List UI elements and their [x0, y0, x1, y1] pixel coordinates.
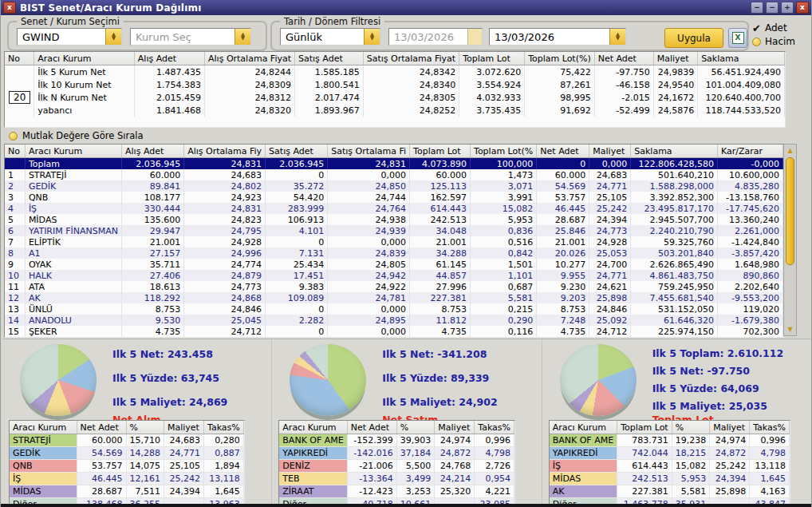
column-header[interactable]: Maliyet [164, 421, 204, 434]
column-header[interactable]: Satış Adet [295, 52, 364, 65]
column-header[interactable]: Takas% [750, 421, 790, 434]
table-row[interactable]: 10HALK27.40624,87917.45124,94244.8571,10… [5, 270, 783, 281]
table-row[interactable]: MİDAS242.5135,95324,3941,645 [550, 473, 790, 485]
column-header[interactable]: No [5, 52, 34, 65]
kurum-combobox[interactable]: Kurum Seç ▲▼ [130, 28, 251, 46]
column-header[interactable]: Net Adet [77, 421, 126, 434]
column-header[interactable]: % [396, 421, 435, 434]
table-row[interactable]: 3QNB108.17724,92354.42024,744162.5973,99… [5, 192, 783, 203]
table-row[interactable]: 1STRATEJİ60.00024,68300,00060.0001,47360… [5, 169, 783, 180]
table-row[interactable]: 7ELİPTİK21.00124,92800,00021.0010,51621.… [5, 236, 783, 248]
column-header[interactable]: Aracı Kurum [34, 52, 135, 65]
column-header[interactable]: Saklama [631, 145, 718, 158]
column-header[interactable]: Toplam Lot [617, 421, 672, 434]
minimize-button[interactable]: − [751, 2, 763, 14]
close-button[interactable]: x [796, 2, 809, 14]
table-row[interactable]: DENİZ-21.0065,50024,7682,726 [279, 460, 514, 473]
table-row[interactable]: 20İlk N Kurum Net2.015.45924,83122.017.4… [5, 91, 785, 104]
shade-button[interactable]: − [766, 2, 778, 14]
table-row[interactable]: BANK OF AME-152.39939,90324,9740,996 [279, 434, 514, 447]
column-header[interactable]: Alış Ortalama Fiy [184, 145, 266, 158]
scroll-thumb[interactable] [786, 157, 794, 265]
column-header[interactable]: Takas% [475, 421, 514, 434]
table-row[interactable]: İlk 5 Kurum Net1.487.43524,82441.585.185… [5, 65, 785, 79]
table-row[interactable]: 14ANADOLU9.53025,0452.28224,89511.8120,2… [5, 315, 783, 326]
sort-option[interactable]: Mutlak Değere Göre Sırala [9, 130, 143, 141]
vertical-scrollbar[interactable]: ▲ ▼ [783, 144, 797, 336]
column-header[interactable]: Satış Ortalama Fi [328, 145, 410, 158]
table-row[interactable]: AK227.3815,58125,8984,163 [550, 485, 790, 498]
column-header[interactable]: Saklama [698, 52, 785, 65]
window-title: BIST Senet/Aracı Kurum Dağılımı [20, 2, 202, 14]
column-header[interactable]: Kar/Zarar [718, 145, 783, 158]
adet-radio[interactable]: ✔ Adet [752, 22, 795, 34]
column-header[interactable]: Maliyet [710, 421, 750, 434]
table-row[interactable]: 9OYAK35.71124,77425.43424,80561.1451,501… [5, 259, 783, 270]
combo-arrows-icon[interactable]: ▲▼ [609, 29, 625, 45]
table-row[interactable]: 15ŞEKER4.73524,71200,0004.7350,1164.7352… [5, 326, 783, 337]
table-row[interactable]: STRATEJİ60.00015,71024,6830,280 [10, 434, 243, 447]
column-header[interactable]: Takas% [204, 421, 244, 434]
column-header[interactable]: Maliyet [435, 421, 475, 434]
table-row[interactable]: Toplam2.036.94524,8312.036.94524,8314.07… [5, 158, 783, 170]
table-row[interactable]: MİDAS28.6877,51124,3941,645 [10, 485, 243, 498]
column-header[interactable]: Alış Ortalama Fiyat [205, 52, 295, 65]
n-kurum-input[interactable]: 20 [9, 91, 30, 104]
table-row[interactable]: İŞ614.44315,08225,24213,118 [550, 460, 790, 473]
table-row[interactable]: TEB-13.3643,49924,2140,954 [279, 473, 514, 485]
table-row[interactable]: 11ATA18.61324,7739.38324,92227.9960,6879… [5, 281, 783, 292]
column-header[interactable]: Aracı Kurum [10, 421, 77, 434]
scroll-down-icon[interactable]: ▼ [785, 324, 795, 335]
date-to-field[interactable]: 13/03/2026 ▲▼ [489, 28, 626, 46]
apply-button[interactable]: Uygula [664, 28, 723, 48]
table-row[interactable]: BANK OF AME783.73119,23824,9740,996 [550, 434, 790, 447]
combo-arrows-icon[interactable]: ▲▼ [364, 29, 380, 45]
table-row[interactable]: GEDİK54.56914,28824,7710,887 [10, 447, 243, 460]
column-header[interactable]: Maliyet [589, 145, 631, 158]
table-row[interactable]: ZİRAAT-12.4233,25325,3204,221 [279, 485, 514, 498]
column-header[interactable]: Net Adet [594, 52, 653, 65]
close-icon[interactable]: x [3, 2, 16, 14]
cell: 24,683 [589, 169, 631, 180]
column-header[interactable]: Alış Adet [122, 145, 184, 158]
column-header[interactable]: No [5, 145, 25, 158]
hacim-radio[interactable]: Hacim [752, 36, 795, 47]
table-row[interactable]: 8A127.15724,9967.13124,83934.2880,84220.… [5, 248, 783, 259]
column-header[interactable]: Aracı Kurum [279, 421, 347, 434]
column-header[interactable]: Toplam Lot [410, 145, 471, 158]
table-row[interactable]: YAPIKREDİ742.04418,21524,8724,798 [550, 447, 790, 460]
column-header[interactable]: % [672, 421, 710, 434]
combo-arrows-icon[interactable]: ▲▼ [235, 29, 250, 45]
table-row[interactable]: 4İŞ330.44424,831283.99924,764614.44315,0… [5, 203, 783, 214]
column-header[interactable]: Toplam Lot(%) [525, 52, 595, 65]
table-row[interactable]: yabancı1.841.46824,83201.893.96724,82523… [5, 104, 785, 117]
column-header[interactable]: Satış Ortalama Fiyat [363, 52, 459, 65]
column-header[interactable]: Toplam Lot(% [471, 145, 537, 158]
column-header[interactable]: Satış Adet [266, 145, 328, 158]
combo-arrows-icon[interactable]: ▲▼ [105, 29, 121, 45]
column-header[interactable]: Net Adet [347, 421, 396, 434]
table-row[interactable]: 12AK118.29224,868109.08924,781227.3815,5… [5, 292, 783, 303]
column-header[interactable]: Aracı Kurum [25, 145, 121, 158]
senet-combobox[interactable]: GWIND ▲▼ [17, 28, 122, 46]
table-row[interactable]: QNB53.75714,07525,1051,894 [10, 460, 243, 473]
table-row[interactable]: YAPIKREDİ-142.01637,18424,8724,798 [279, 447, 514, 460]
cell: 2.282 [266, 315, 328, 326]
column-header[interactable]: Net Adet [537, 145, 589, 158]
table-row[interactable]: İŞ46.44512,16125,24213,118 [10, 473, 243, 485]
maximize-button[interactable]: + [781, 2, 794, 14]
column-header[interactable]: % [126, 421, 164, 434]
column-header[interactable]: Toplam Lot [459, 52, 525, 65]
export-excel-button[interactable]: X [728, 28, 747, 48]
table-row[interactable]: 13ÜNLÜ8.75324,84600,0008.7530,2158.75324… [5, 303, 783, 315]
table-row[interactable]: 2GEDİK89.84124,80235.27224,850125.1133,0… [5, 180, 783, 192]
column-header[interactable]: Aracı Kurum [550, 421, 617, 434]
table-row[interactable]: İlk 10 Kurum Net1.754.38324,83091.800.54… [5, 78, 785, 91]
column-header[interactable]: Alış Adet [134, 52, 204, 65]
table-row[interactable]: 5MİDAS135.60024,823106.91324,938242.5135… [5, 214, 783, 225]
scroll-up-icon[interactable]: ▲ [785, 145, 795, 156]
sort-radio-icon[interactable] [9, 132, 18, 141]
column-header[interactable]: Maliyet [653, 52, 697, 65]
table-row[interactable]: 6YATIRIM FİNANSMAN29.94724,7954.10124,93… [5, 225, 783, 236]
period-combobox[interactable]: Günlük ▲▼ [280, 28, 380, 46]
